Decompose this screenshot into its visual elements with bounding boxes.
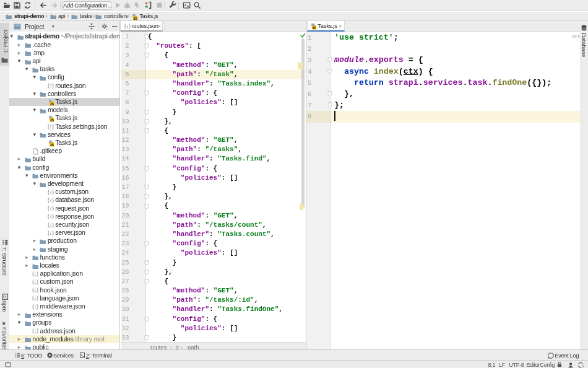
svg-text:JS: JS bbox=[134, 16, 138, 20]
svg-text:JS: JS bbox=[312, 25, 316, 29]
svg-text:JS: JS bbox=[50, 102, 54, 105]
svg-text:JS: JS bbox=[50, 118, 54, 121]
svg-text:JS: JS bbox=[50, 142, 54, 146]
svg-text:?: ? bbox=[582, 365, 584, 368]
